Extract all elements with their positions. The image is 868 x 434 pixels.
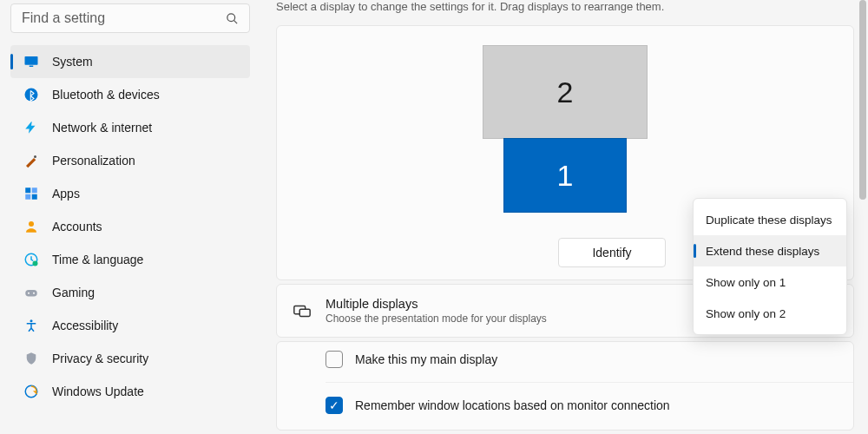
svg-rect-9 — [32, 194, 37, 200]
paint-icon — [23, 152, 40, 169]
dropdown-item[interactable]: Show only on 2 — [694, 298, 846, 329]
presentation-mode-menu: Duplicate these displaysExtend these dis… — [693, 198, 847, 335]
divider — [326, 382, 853, 383]
remember-locations-label: Remember window locations based on monit… — [355, 398, 670, 412]
svg-line-1 — [233, 20, 237, 23]
sidebar-item-label: Accounts — [52, 220, 102, 233]
search-input[interactable]: Find a setting — [10, 3, 250, 33]
search-icon — [226, 12, 239, 25]
sidebar-item-label: Apps — [52, 187, 80, 201]
svg-rect-19 — [299, 309, 310, 316]
svg-rect-3 — [30, 66, 34, 68]
identify-label: Identify — [592, 246, 631, 260]
gaming-icon — [23, 284, 40, 301]
identify-button[interactable]: Identify — [558, 238, 666, 267]
bluetooth-icon — [23, 86, 40, 103]
svg-point-12 — [33, 261, 38, 266]
main-display-checkbox[interactable] — [326, 351, 343, 368]
shield-icon — [23, 350, 40, 367]
sidebar-item-label: Time & language — [52, 253, 143, 266]
sidebar-item-label: Bluetooth & devices — [52, 88, 160, 102]
sidebar-item-windows-update[interactable]: Windows Update — [10, 375, 250, 408]
main-display-label: Make this my main display — [355, 352, 497, 366]
displays-icon — [293, 301, 312, 320]
sidebar-item-bluetooth-devices[interactable]: Bluetooth & devices — [10, 78, 250, 111]
sidebar-item-label: Network & internet — [52, 121, 152, 135]
svg-point-4 — [25, 89, 38, 102]
multiple-displays-subtitle: Choose the presentation mode for your di… — [326, 312, 547, 325]
dropdown-item[interactable]: Duplicate these displays — [694, 204, 846, 235]
sidebar-item-apps[interactable]: Apps — [10, 177, 250, 210]
dropdown-item[interactable]: Extend these displays — [694, 235, 846, 266]
apps-icon — [23, 185, 40, 202]
sidebar-item-privacy-security[interactable]: Privacy & security — [10, 342, 250, 375]
display-monitor-1[interactable]: 1 — [503, 138, 627, 213]
sidebar-item-accessibility[interactable]: Accessibility — [10, 309, 250, 342]
update-icon — [23, 383, 40, 400]
sidebar-item-label: Accessibility — [52, 319, 118, 332]
svg-rect-8 — [25, 194, 30, 200]
remember-locations-option[interactable]: ✓ Remember window locations based on mon… — [277, 388, 853, 423]
search-placeholder: Find a setting — [22, 10, 105, 26]
display-2-label: 2 — [557, 76, 574, 109]
sidebar-item-gaming[interactable]: Gaming — [10, 276, 250, 309]
sidebar-item-time-language[interactable]: Time & language — [10, 243, 250, 276]
sidebar-item-personalization[interactable]: Personalization — [10, 144, 250, 177]
svg-point-0 — [227, 13, 235, 21]
svg-point-5 — [34, 155, 36, 158]
access-icon — [23, 317, 40, 334]
svg-rect-13 — [25, 290, 37, 297]
sidebar-item-label: Privacy & security — [52, 352, 148, 365]
svg-point-14 — [28, 293, 30, 294]
svg-rect-7 — [32, 187, 37, 193]
account-icon — [23, 218, 40, 235]
monitor-icon — [23, 53, 40, 70]
wifi-icon — [23, 119, 40, 136]
scrollbar[interactable] — [859, 0, 866, 200]
svg-rect-2 — [25, 56, 38, 65]
main-display-option[interactable]: Make this my main display — [277, 342, 853, 377]
sidebar-item-label: System — [52, 55, 93, 69]
display-monitor-2[interactable]: 2 — [483, 45, 648, 139]
sidebar-item-accounts[interactable]: Accounts — [10, 210, 250, 243]
display-1-label: 1 — [557, 159, 574, 193]
sidebar-item-label: Gaming — [52, 286, 95, 299]
remember-locations-checkbox[interactable]: ✓ — [326, 397, 343, 414]
svg-point-16 — [30, 319, 33, 322]
sidebar-item-system[interactable]: System — [10, 45, 250, 78]
dropdown-item[interactable]: Show only on 1 — [694, 266, 846, 298]
sidebar-item-label: Personalization — [52, 154, 135, 168]
sidebar-item-network-internet[interactable]: Network & internet — [10, 111, 250, 144]
sidebar: Find a setting SystemBluetooth & devices… — [0, 0, 260, 408]
svg-point-15 — [33, 293, 35, 294]
multiple-displays-title: Multiple displays — [326, 297, 547, 311]
svg-point-10 — [29, 221, 34, 227]
time-icon — [23, 251, 40, 268]
svg-rect-6 — [25, 187, 30, 193]
sidebar-item-label: Windows Update — [52, 385, 144, 398]
display-description: Select a display to change the settings … — [276, 0, 854, 13]
